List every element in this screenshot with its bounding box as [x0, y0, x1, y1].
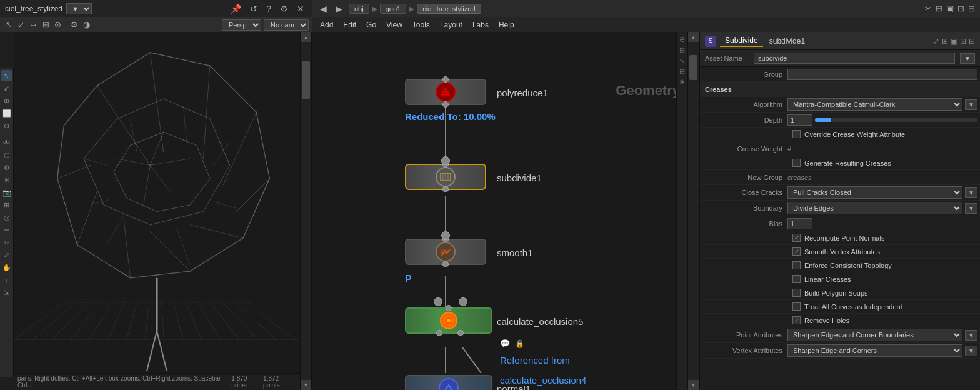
props-icon-grid[interactable]: ⊞ — [942, 37, 948, 46]
tool-expand[interactable]: ⇲ — [1, 287, 12, 298]
vp-tool-select2[interactable]: ↙ — [16, 19, 26, 31]
tb-icon2[interactable]: ⊞ — [936, 4, 942, 13]
vertex-attrs-arrow[interactable]: ▼ — [965, 346, 978, 356]
tool-paint[interactable]: ⬜ — [1, 108, 12, 119]
close-btn[interactable]: ✕ — [294, 2, 307, 15]
smooth-vertex-checkbox[interactable] — [792, 248, 801, 256]
tool-magnet[interactable]: ◎ — [1, 212, 12, 223]
asset-name-dropdown-btn[interactable]: ▼ — [960, 53, 975, 64]
ng-scroll-thumb[interactable] — [689, 55, 698, 80]
tool-cam2[interactable]: 📷 — [1, 187, 12, 198]
ng-rt-icon5[interactable]: ✱ — [678, 78, 687, 86]
props-icon-layout[interactable]: ▣ — [951, 37, 958, 46]
props-tab-subdivide[interactable]: Subdivide — [720, 35, 763, 48]
menu-help[interactable]: Help — [494, 19, 519, 31]
tool-arrow[interactable]: ↓ — [1, 274, 12, 286]
pin-btn[interactable]: 📌 — [228, 2, 244, 15]
vp-tool-select[interactable]: ↖ — [4, 19, 14, 31]
close-cracks-arrow[interactable]: ▼ — [965, 188, 978, 198]
perspective-dropdown[interactable]: Persp — [222, 19, 261, 31]
tool-render[interactable]: ⬡ — [1, 149, 12, 161]
vertex-attrs-dropdown[interactable]: Sharpen Edge and Corners — [788, 344, 962, 357]
viewport-scrollbar[interactable]: ▲ ▼ — [300, 32, 311, 390]
tb-icon5[interactable]: ⊟ — [968, 4, 975, 13]
depth-input[interactable] — [788, 114, 812, 126]
tool-sym[interactable]: ⤢ — [1, 249, 12, 261]
tool-num1[interactable]: 12 — [1, 237, 12, 248]
breadcrumb-geo1[interactable]: geo1 — [380, 4, 406, 14]
algorithm-arrow-btn[interactable]: ▼ — [965, 99, 978, 110]
forward-btn[interactable]: ▶ — [333, 2, 345, 15]
ng-scroll-up[interactable]: ▲ — [688, 32, 699, 42]
close-cracks-dropdown[interactable]: Pull Cracks Closed — [788, 186, 962, 199]
ng-rt-icon1[interactable]: ⊕ — [678, 35, 687, 44]
props-icon-grid2[interactable]: ⊡ — [960, 37, 966, 46]
remove-holes-checkbox[interactable] — [792, 316, 801, 324]
vp-tool-cam[interactable]: ⊙ — [52, 19, 63, 31]
breadcrumb-scene[interactable]: ciel_tree_stylized — [417, 4, 481, 14]
props-icon-minus[interactable]: ⊟ — [969, 37, 975, 46]
curves-independent-checkbox[interactable] — [792, 302, 801, 311]
algorithm-dropdown[interactable]: Mantra-Compatible Catmull-Clark — [788, 98, 962, 111]
boundary-arrow[interactable]: ▼ — [965, 203, 978, 214]
node-normal1[interactable] — [405, 375, 492, 390]
tool-select2[interactable]: ↙ — [1, 82, 12, 94]
group-input[interactable] — [788, 69, 978, 80]
asset-name-input[interactable] — [754, 52, 955, 64]
tool-light[interactable]: ☀ — [1, 174, 12, 186]
scroll-thumb[interactable] — [302, 61, 310, 99]
recompute-normals-checkbox[interactable] — [792, 234, 801, 242]
enforce-topology-checkbox[interactable] — [792, 261, 801, 269]
boundary-dropdown[interactable]: Divide Edges — [788, 202, 962, 214]
reload-btn[interactable]: ↺ — [248, 2, 260, 15]
menu-add[interactable]: Add — [315, 19, 338, 31]
vp-tool-grid[interactable]: ⊞ — [41, 19, 51, 31]
tb-icon3[interactable]: ▣ — [946, 4, 954, 13]
bias-input[interactable] — [788, 218, 812, 229]
point-attrs-arrow[interactable]: ▼ — [965, 330, 978, 341]
generate-creases-checkbox[interactable] — [792, 159, 801, 167]
linear-creases-checkbox[interactable] — [792, 275, 801, 283]
polygon-soups-checkbox[interactable] — [792, 289, 801, 297]
node-polyreduce1[interactable] — [405, 79, 486, 105]
ng-rt-icon2[interactable]: ⊟ — [678, 46, 687, 54]
menu-labs[interactable]: Labs — [468, 19, 494, 31]
vp-tool-move[interactable]: ↔ — [28, 19, 39, 31]
back-btn[interactable]: ◀ — [318, 2, 329, 15]
point-attrs-dropdown[interactable]: Sharpen Edges and Corner Boundaries — [788, 329, 962, 341]
menu-go[interactable]: Go — [361, 19, 381, 31]
override-crease-checkbox[interactable] — [792, 130, 801, 138]
ng-rt-icon3[interactable]: ⤡ — [678, 56, 687, 65]
depth-slider[interactable] — [815, 118, 978, 122]
props-icon-expand[interactable]: ⤢ — [933, 37, 939, 46]
tb-icon4[interactable]: ⊡ — [958, 4, 964, 13]
nodegraph-scrollbar[interactable]: ▲ ▼ — [688, 32, 699, 390]
tool-brush[interactable]: ✏ — [1, 224, 12, 236]
scroll-down-btn[interactable]: ▼ — [301, 380, 311, 390]
tool-move[interactable]: ⊕ — [1, 95, 12, 106]
menu-tools[interactable]: Tools — [408, 19, 435, 31]
node-calculate-occlusion5[interactable] — [405, 308, 492, 334]
menu-view[interactable]: View — [381, 19, 408, 31]
ng-rt-icon4[interactable]: ⊞ — [678, 67, 687, 76]
scroll-up-btn[interactable]: ▲ — [301, 32, 311, 42]
settings-btn[interactable]: ⚙ — [278, 2, 291, 15]
vp-tool-render[interactable]: ⚙ — [69, 19, 80, 31]
tool-gear[interactable]: ⚙ — [1, 162, 12, 173]
camera-dropdown[interactable]: No cam — [264, 19, 309, 31]
tool-snap[interactable]: ⊞ — [1, 199, 12, 211]
breadcrumb-obj[interactable]: obj — [349, 4, 369, 14]
menu-layout[interactable]: Layout — [435, 19, 468, 31]
tb-icon1[interactable]: ✂ — [925, 4, 932, 13]
title-dropdown[interactable]: ▼ — [66, 3, 92, 14]
tool-cam[interactable]: ⊙ — [1, 120, 12, 131]
menu-edit[interactable]: Edit — [338, 19, 361, 31]
tool-handle[interactable]: ✋ — [1, 262, 12, 273]
tool-eye[interactable]: 👁 — [1, 137, 12, 148]
ng-scroll-down[interactable]: ▼ — [688, 380, 699, 390]
node-subdivide1[interactable] — [405, 164, 486, 190]
help-btn[interactable]: ? — [264, 2, 274, 15]
node-smooth1[interactable] — [405, 239, 486, 265]
vp-tool-shade[interactable]: ◑ — [81, 19, 92, 31]
tool-select[interactable]: ↖ — [1, 70, 12, 81]
